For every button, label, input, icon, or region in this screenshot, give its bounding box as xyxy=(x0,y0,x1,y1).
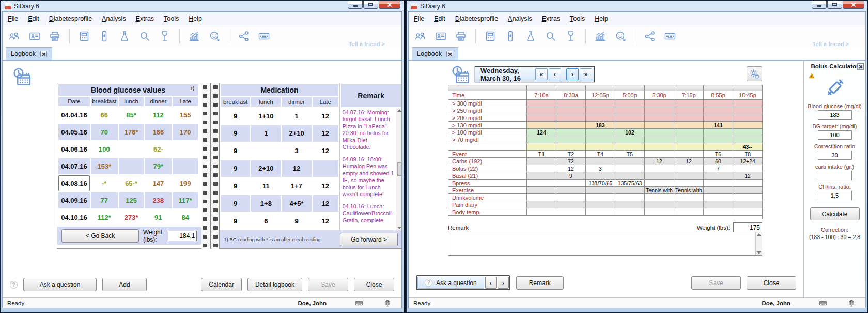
tell-a-friend-link[interactable]: Tell a friend > xyxy=(349,41,385,47)
grid-cell[interactable] xyxy=(556,114,586,122)
next-button[interactable]: › xyxy=(498,277,509,289)
grid-cell[interactable] xyxy=(704,129,733,136)
scroll-up-icon[interactable] xyxy=(397,109,401,112)
grid-cell[interactable] xyxy=(674,180,704,187)
grid-cell[interactable] xyxy=(527,107,556,114)
grid-column-header[interactable] xyxy=(586,85,615,91)
grid-cell[interactable]: Tennis with xyxy=(645,187,674,194)
menu-extras[interactable]: Extras xyxy=(542,15,560,22)
grid-cell[interactable] xyxy=(615,208,645,216)
close-button[interactable] xyxy=(843,1,864,9)
first-day-button[interactable]: « xyxy=(535,68,548,80)
bg-cell[interactable]: 62- xyxy=(145,141,172,157)
grid-cell[interactable]: 141 xyxy=(704,122,733,129)
grid-cell[interactable] xyxy=(586,129,615,136)
grid-cell[interactable] xyxy=(733,136,763,143)
grid-cell[interactable] xyxy=(704,194,733,201)
grid-cell[interactable] xyxy=(615,172,645,180)
grid-cell[interactable] xyxy=(527,136,556,143)
grid-cell[interactable]: 138/70/65 xyxy=(586,180,615,187)
bg-cell[interactable]: 125 xyxy=(119,192,144,208)
grid-cell[interactable] xyxy=(586,136,615,143)
tab-logbook[interactable]: Logbook xyxy=(6,47,52,60)
bg-cell[interactable] xyxy=(119,141,144,157)
grid-cell[interactable] xyxy=(645,172,674,180)
med-cell[interactable]: 9 xyxy=(221,143,250,159)
printer-icon[interactable] xyxy=(48,29,61,43)
bg-cell[interactable]: 199 xyxy=(173,175,198,191)
date-cell[interactable]: 04.07.16 xyxy=(58,158,90,174)
med-cell[interactable]: 12 xyxy=(282,160,311,177)
grid-cell[interactable] xyxy=(556,201,586,208)
grid-cell[interactable] xyxy=(645,107,674,114)
grid-cell[interactable]: 9 xyxy=(556,172,586,180)
grid-cell[interactable] xyxy=(586,172,615,180)
menu-diabetesprofile[interactable]: Diabetesprofile xyxy=(455,15,498,22)
bg-cell[interactable]: 65-* xyxy=(119,175,144,191)
blood-glucose-input[interactable] xyxy=(818,110,852,120)
grid-cell[interactable] xyxy=(674,129,704,136)
grid-cell[interactable] xyxy=(615,100,645,107)
grid-cell[interactable] xyxy=(615,143,645,151)
bg-cell[interactable]: 112* xyxy=(91,210,118,226)
grid-column-header[interactable] xyxy=(615,85,645,91)
bg-cell[interactable]: 66 xyxy=(91,107,118,123)
bg-cell[interactable]: 176* xyxy=(119,124,144,140)
grid-cell[interactable] xyxy=(645,129,674,136)
med-cell[interactable]: 9 xyxy=(221,108,250,124)
globe-icon[interactable] xyxy=(847,299,857,307)
remark-textbox[interactable] xyxy=(448,232,762,256)
grid-cell[interactable] xyxy=(674,165,704,172)
bg-cell[interactable] xyxy=(173,141,198,157)
bg-cell[interactable]: 166 xyxy=(145,124,172,140)
grid-cell[interactable]: 7 xyxy=(704,165,733,172)
bg-cell[interactable]: 100 xyxy=(91,141,118,157)
grid-cell[interactable]: 135/75/63 xyxy=(615,180,645,187)
grid-cell[interactable] xyxy=(645,114,674,122)
grid-cell[interactable] xyxy=(674,201,704,208)
grid-cell[interactable] xyxy=(586,143,615,151)
grid-cell[interactable] xyxy=(645,165,674,172)
grid-cell[interactable]: T6 xyxy=(704,151,733,158)
med-cell[interactable] xyxy=(313,160,338,177)
grid-cell[interactable] xyxy=(704,114,733,122)
keyboard-icon[interactable] xyxy=(663,29,677,43)
globe-icon[interactable] xyxy=(383,299,393,307)
med-cell[interactable]: 9 xyxy=(221,213,250,229)
grid-cell[interactable]: T4 xyxy=(586,151,615,158)
date-cell[interactable]: 04.10.16 xyxy=(58,210,90,226)
date-cell-selected[interactable]: 04.08.16 xyxy=(58,175,90,191)
grid-cell[interactable] xyxy=(733,194,763,201)
grid-cell[interactable] xyxy=(556,107,586,114)
grid-cell[interactable] xyxy=(704,100,733,107)
med-cell[interactable]: 1+7 xyxy=(282,178,311,195)
grid-cell[interactable] xyxy=(527,100,556,107)
grid-cell[interactable] xyxy=(645,100,674,107)
scroll-up-icon[interactable] xyxy=(757,233,761,236)
lab-icon[interactable] xyxy=(118,29,131,43)
grid-cell[interactable] xyxy=(527,158,556,165)
save-button[interactable]: Save xyxy=(308,278,348,291)
med-cell[interactable] xyxy=(251,143,281,159)
calculate-button[interactable]: Calculate xyxy=(810,207,860,220)
keyboard-icon[interactable] xyxy=(257,29,271,43)
grid-cell[interactable] xyxy=(645,143,674,151)
carb-intake-input[interactable] xyxy=(818,171,852,180)
go-back-button[interactable]: < Go Back xyxy=(61,229,139,243)
tab-close-icon[interactable] xyxy=(40,51,47,57)
time-header[interactable]: 8:30a xyxy=(556,91,586,100)
bg-cell[interactable]: 273* xyxy=(119,210,144,226)
grid-cell[interactable]: 102 xyxy=(615,129,645,136)
grid-cell[interactable]: T1 xyxy=(527,151,556,158)
close-button[interactable] xyxy=(379,1,400,9)
grid-cell[interactable] xyxy=(527,122,556,129)
panel-close-icon[interactable] xyxy=(857,63,864,70)
grid-cell[interactable] xyxy=(586,158,615,165)
grid-column-header[interactable] xyxy=(448,85,527,91)
bg-cell[interactable]: 70 xyxy=(91,124,118,140)
grid-cell[interactable] xyxy=(556,122,586,129)
grid-cell[interactable]: T5 xyxy=(615,151,645,158)
med-cell[interactable]: 12 xyxy=(313,178,338,195)
grid-cell[interactable]: 12 xyxy=(733,172,763,180)
go-forward-button[interactable]: Go forward > xyxy=(340,233,398,246)
